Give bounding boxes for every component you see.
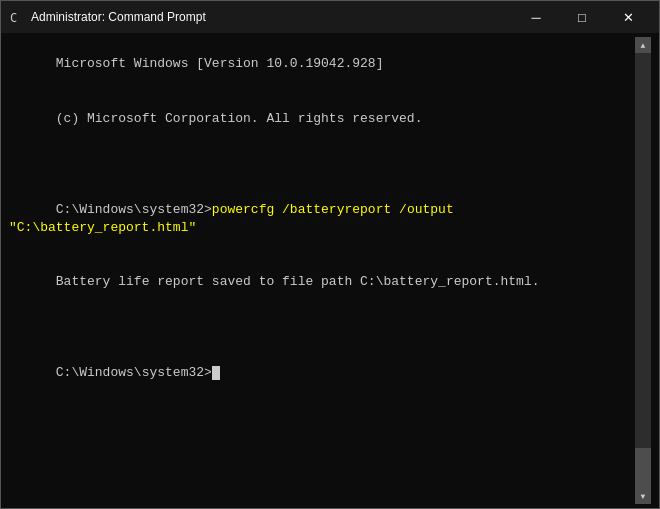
windows-version-line: Microsoft Windows [Version 10.0.19042.92…	[56, 56, 384, 71]
scrollbar-thumb[interactable]	[635, 448, 651, 488]
cmd-icon: C	[9, 9, 25, 25]
terminal-content: Microsoft Windows [Version 10.0.19042.92…	[9, 37, 635, 504]
maximize-button[interactable]: □	[559, 1, 605, 33]
command-prompt-window: C Administrator: Command Prompt ─ □ ✕ Mi…	[0, 0, 660, 509]
title-bar: C Administrator: Command Prompt ─ □ ✕	[1, 1, 659, 33]
scrollbar-track[interactable]	[635, 53, 651, 488]
output-line: Battery life report saved to file path C…	[56, 274, 540, 289]
window-title: Administrator: Command Prompt	[31, 10, 513, 24]
minimize-button[interactable]: ─	[513, 1, 559, 33]
cursor	[212, 366, 220, 380]
copyright-line: (c) Microsoft Corporation. All rights re…	[56, 111, 423, 126]
scroll-up-arrow[interactable]: ▲	[635, 37, 651, 53]
prompt1: C:\Windows\system32>	[56, 202, 212, 217]
scrollbar[interactable]: ▲ ▼	[635, 37, 651, 504]
close-button[interactable]: ✕	[605, 1, 651, 33]
terminal-body[interactable]: Microsoft Windows [Version 10.0.19042.92…	[1, 33, 659, 508]
scroll-down-arrow[interactable]: ▼	[635, 488, 651, 504]
svg-text:C: C	[10, 11, 17, 25]
window-controls: ─ □ ✕	[513, 1, 651, 33]
prompt2: C:\Windows\system32>	[56, 365, 212, 380]
